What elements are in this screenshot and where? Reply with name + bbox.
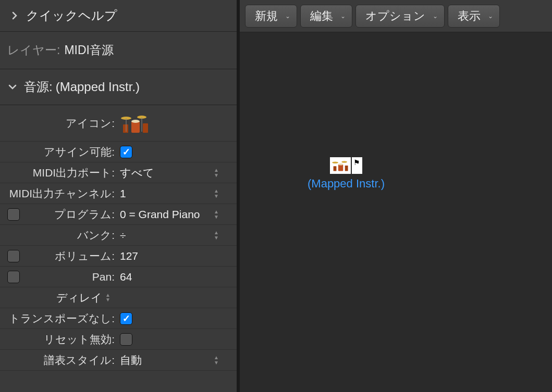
- no-transpose-checkbox[interactable]: [120, 312, 132, 325]
- bank-value[interactable]: ÷ ▲▼: [120, 229, 232, 242]
- svg-point-8: [332, 161, 338, 163]
- param-bank: バンク: ÷ ▲▼: [0, 225, 237, 246]
- toolbar: 新規 ⌄ 編集 ⌄ オプション ⌄ 表示 ⌄: [240, 0, 552, 32]
- param-volume: ボリューム: 127: [0, 246, 237, 267]
- new-button[interactable]: 新規 ⌄: [245, 5, 297, 28]
- edit-button[interactable]: 編集 ⌄: [300, 5, 352, 28]
- svg-point-9: [341, 161, 347, 163]
- svg-rect-4: [123, 124, 128, 133]
- svg-rect-5: [143, 123, 148, 133]
- assignable-checkbox[interactable]: [120, 146, 132, 158]
- param-pan: Pan: 64: [0, 267, 237, 287]
- instrument-header[interactable]: 音源: (Mapped Instr.): [0, 69, 237, 105]
- staff-style-value[interactable]: 自動 ▲▼: [120, 353, 232, 368]
- param-icon: アイコン:: [0, 105, 237, 142]
- stepper-icon[interactable]: ▲▼: [214, 356, 223, 365]
- quickhelp-header[interactable]: クイックヘルプ: [0, 0, 237, 32]
- stepper-icon[interactable]: ▲▼: [214, 231, 223, 240]
- environment-canvas[interactable]: ⚑ (Mapped Instr.): [240, 32, 552, 392]
- midi-channel-label: MIDI出力チャンネル:: [4, 186, 120, 201]
- pan-value[interactable]: 64: [120, 271, 232, 283]
- svg-point-11: [338, 163, 343, 166]
- reset-disable-label: リセット無効:: [23, 332, 120, 347]
- svg-point-3: [131, 120, 140, 123]
- param-delay[interactable]: ディレイ ▲▼: [0, 287, 237, 308]
- mapped-instrument-object[interactable]: ⚑ (Mapped Instr.): [308, 157, 385, 191]
- layer-row: レイヤー: MIDI音源: [0, 32, 237, 69]
- midi-channel-value[interactable]: 1 ▲▼: [120, 187, 232, 200]
- program-value[interactable]: 0 = Grand Piano ▲▼: [120, 208, 232, 221]
- chevron-right-icon: [7, 8, 22, 23]
- param-midi-port: MIDI出力ポート: すべて ▲▼: [0, 162, 237, 183]
- chevron-down-icon: ⌄: [285, 12, 290, 20]
- stepper-icon[interactable]: ▲▼: [214, 210, 223, 219]
- svg-rect-2: [131, 121, 140, 133]
- param-midi-channel: MIDI出力チャンネル: 1 ▲▼: [0, 183, 237, 204]
- bank-label: バンク:: [23, 228, 120, 243]
- pan-enable-checkbox[interactable]: [7, 271, 20, 283]
- chevron-down-icon: ⌄: [433, 12, 438, 20]
- volume-value[interactable]: 127: [120, 250, 232, 262]
- object-flag-icon: ⚑: [352, 157, 362, 174]
- param-assignable: アサイン可能:: [0, 142, 237, 162]
- midi-port-label: MIDI出力ポート:: [23, 166, 120, 180]
- midi-port-value[interactable]: すべて ▲▼: [120, 166, 232, 180]
- param-reset-disable: リセット無効:: [0, 329, 237, 350]
- drumkit-icon: [120, 111, 150, 136]
- svg-rect-12: [334, 166, 337, 171]
- volume-label: ボリューム:: [23, 249, 120, 263]
- view-button[interactable]: 表示 ⌄: [448, 5, 500, 28]
- chevron-down-icon: [5, 80, 20, 94]
- icon-label: アイコン:: [23, 116, 120, 131]
- options-button[interactable]: オプション ⌄: [355, 5, 445, 28]
- no-transpose-label: トランスポーズなし:: [4, 311, 120, 326]
- layer-value[interactable]: MIDI音源: [64, 42, 114, 58]
- delay-label: ディレイ: [56, 290, 102, 305]
- object-drumkit-icon: [330, 157, 351, 174]
- instrument-value: (Mapped Instr.): [56, 80, 140, 94]
- program-label: プログラム:: [23, 207, 120, 222]
- params-list: アイコン: アサイン可能:: [0, 105, 237, 371]
- svg-rect-10: [338, 165, 343, 171]
- object-label: (Mapped Instr.): [308, 177, 385, 191]
- volume-enable-checkbox[interactable]: [7, 250, 20, 262]
- program-enable-checkbox[interactable]: [7, 208, 20, 221]
- workspace: 新規 ⌄ 編集 ⌄ オプション ⌄ 表示 ⌄: [240, 0, 552, 392]
- instrument-label: 音源:: [24, 79, 53, 95]
- chevron-down-icon: ⌄: [340, 12, 346, 20]
- reset-disable-checkbox[interactable]: [120, 333, 132, 346]
- chevron-down-icon: ⌄: [488, 12, 493, 20]
- stepper-icon[interactable]: ▲▼: [214, 168, 223, 178]
- param-staff-style: 譜表スタイル: 自動 ▲▼: [0, 350, 237, 371]
- stepper-icon[interactable]: ▲▼: [214, 189, 223, 198]
- icon-value[interactable]: [120, 111, 232, 136]
- pan-label: Pan:: [23, 271, 120, 283]
- stepper-icon[interactable]: ▲▼: [105, 293, 111, 302]
- param-program: プログラム: 0 = Grand Piano ▲▼: [0, 204, 237, 225]
- assignable-label: アサイン可能:: [23, 145, 120, 159]
- layer-label: レイヤー:: [7, 42, 60, 58]
- quickhelp-title: クイックヘルプ: [26, 7, 117, 24]
- param-no-transpose: トランスポーズなし:: [0, 308, 237, 329]
- svg-rect-13: [345, 166, 348, 171]
- inspector-panel: クイックヘルプ レイヤー: MIDI音源 音源: (Mapped Instr.)…: [0, 0, 240, 392]
- staff-style-label: 譜表スタイル:: [23, 353, 120, 368]
